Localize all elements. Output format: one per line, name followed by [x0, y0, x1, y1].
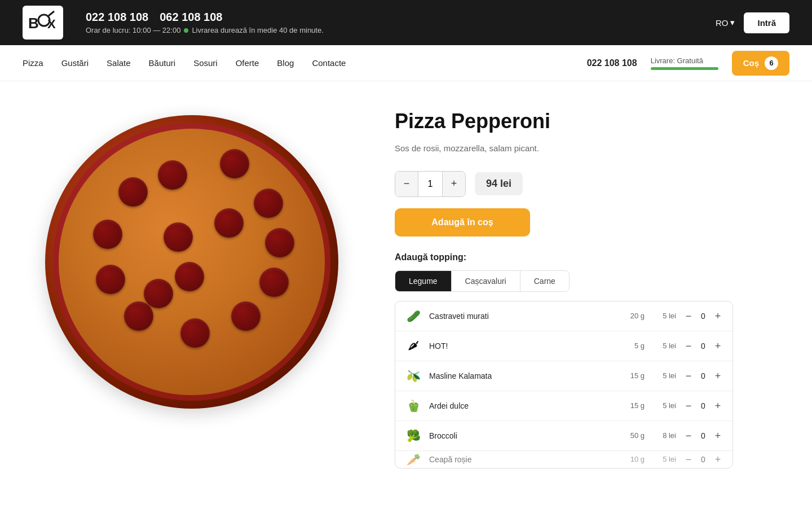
- pizza-image-section: [34, 104, 350, 468]
- nav-bauturi[interactable]: Băuturi: [149, 58, 176, 68]
- topping-tabs: Legume Cașcavaluri Carne: [395, 270, 570, 292]
- phones-row: 022 108 108 062 108 108: [86, 11, 324, 24]
- topping-decrease-masline[interactable]: −: [683, 370, 694, 382]
- topping-stepper-ardei: − 0 +: [683, 400, 723, 411]
- language-selector[interactable]: RO ▾: [716, 17, 735, 28]
- topping-name-castraveti: Castraveti murati: [429, 312, 613, 321]
- topping-increase-masline[interactable]: +: [712, 370, 723, 382]
- delivery-progress: [651, 67, 718, 70]
- topping-row-masline: 🫒 Masline Kalamata 15 g 5 lei − 0 +: [395, 361, 732, 391]
- nav-gustari[interactable]: Gustări: [61, 58, 89, 68]
- nav-oferte[interactable]: Oferte: [236, 58, 259, 68]
- hours-row: Orar de lucru: 10:00 — 22:00 Livrarea du…: [86, 26, 324, 34]
- phone-2[interactable]: 062 108 108: [160, 11, 222, 24]
- toppings-table: 🥒 Castraveti murati 20 g 5 lei − 0 + 🌶 H…: [395, 301, 733, 468]
- product-description: Sos de rosii, mozzarella, salam picant.: [395, 142, 778, 155]
- topping-increase-broccoli[interactable]: +: [712, 430, 723, 441]
- nav-salate[interactable]: Salate: [107, 58, 131, 68]
- topping-decrease-broccoli[interactable]: −: [683, 430, 694, 441]
- topping-row-castraveti: 🥒 Castraveti murati 20 g 5 lei − 0 +: [395, 301, 732, 331]
- login-button[interactable]: Intră: [744, 12, 789, 33]
- open-indicator: [184, 28, 188, 33]
- quantity-value: 1: [418, 172, 443, 196]
- topping-price-masline: 5 lei: [651, 371, 676, 380]
- main-content: Pizza Pepperoni Sos de rosii, mozzarella…: [0, 81, 812, 491]
- topping-increase-hot[interactable]: +: [712, 340, 723, 352]
- topping-row-ceapa: 🥕 Ceapă roșie 10 g 5 lei − 0 +: [395, 451, 732, 468]
- topping-name-hot: HOT!: [429, 341, 613, 351]
- topping-icon-broccoli: 🥦: [404, 427, 422, 445]
- quantity-increase[interactable]: +: [443, 172, 465, 196]
- topping-name-masline: Masline Kalamata: [429, 371, 613, 380]
- topping-price-ardei: 5 lei: [651, 401, 676, 410]
- nav-bar: Pizza Gustări Salate Băuturi Sosuri Ofer…: [0, 45, 812, 81]
- price-badge: 94 lei: [475, 172, 523, 195]
- topping-decrease-castraveti[interactable]: −: [683, 310, 694, 322]
- tab-legume[interactable]: Legume: [395, 271, 452, 291]
- delivery-label: Livrare: Gratuită: [651, 56, 703, 65]
- delivery-info: Livrare: Gratuită: [651, 56, 718, 70]
- topping-stepper-castraveti: − 0 +: [683, 310, 723, 322]
- topping-count-ceapa: 0: [699, 455, 708, 464]
- topping-stepper-hot: − 0 +: [683, 340, 723, 352]
- svg-text:X: X: [47, 17, 56, 31]
- quantity-control: − 1 +: [395, 171, 466, 197]
- svg-text:B: B: [28, 15, 38, 32]
- topping-name-ceapa: Ceapă roșie: [429, 455, 613, 464]
- toppings-label: Adaugă topping:: [395, 252, 778, 262]
- topping-weight-broccoli: 50 g: [620, 431, 645, 440]
- topping-icon-hot: 🌶: [404, 337, 422, 355]
- topping-name-ardei: Ardei dulce: [429, 401, 613, 410]
- topping-icon-castraveti: 🥒: [404, 307, 422, 325]
- tab-carne[interactable]: Carne: [520, 271, 569, 291]
- topping-weight-ardei: 15 g: [620, 401, 645, 410]
- topping-row-hot: 🌶 HOT! 5 g 5 lei − 0 +: [395, 331, 732, 361]
- topping-count-hot: 0: [699, 341, 708, 351]
- product-info: Pizza Pepperoni Sos de rosii, mozzarella…: [395, 104, 778, 468]
- top-bar-left: B X 022 108 108 062 108 108 Orar de lucr…: [23, 6, 324, 40]
- delivery-note: Livrarea durează în medie 40 de minute.: [192, 26, 323, 34]
- quantity-decrease[interactable]: −: [395, 172, 418, 196]
- nav-links: Pizza Gustări Salate Băuturi Sosuri Ofer…: [23, 58, 346, 68]
- lang-label: RO: [716, 18, 729, 28]
- topping-stepper-masline: − 0 +: [683, 370, 723, 382]
- qty-price-row: − 1 + 94 lei: [395, 171, 778, 197]
- nav-blog[interactable]: Blog: [277, 58, 294, 68]
- topping-increase-ceapa[interactable]: +: [712, 454, 723, 465]
- topping-row-broccoli: 🥦 Broccoli 50 g 8 lei − 0 +: [395, 421, 732, 451]
- topping-name-broccoli: Broccoli: [429, 431, 613, 440]
- topping-stepper-broccoli: − 0 +: [683, 430, 723, 441]
- topping-count-ardei: 0: [699, 401, 708, 410]
- topping-count-masline: 0: [699, 371, 708, 380]
- topping-decrease-hot[interactable]: −: [683, 340, 694, 352]
- topping-stepper-ceapa: − 0 +: [683, 454, 723, 465]
- hours-text: Orar de lucru: 10:00 — 22:00: [86, 26, 180, 34]
- pizza-image: [45, 115, 338, 409]
- cart-count: 6: [765, 56, 778, 70]
- tab-cascavaluri[interactable]: Cașcavaluri: [452, 271, 520, 291]
- cart-button[interactable]: Coș 6: [732, 51, 789, 76]
- topping-icon-ardei: 🫑: [404, 397, 422, 415]
- topping-weight-castraveti: 20 g: [620, 312, 645, 320]
- topping-price-hot: 5 lei: [651, 341, 676, 350]
- phone-1[interactable]: 022 108 108: [86, 11, 148, 24]
- topping-count-broccoli: 0: [699, 431, 708, 440]
- topping-decrease-ardei[interactable]: −: [683, 400, 694, 411]
- topping-icon-ceapa: 🥕: [404, 451, 422, 468]
- product-title: Pizza Pepperoni: [395, 110, 778, 133]
- cart-label: Coș: [743, 58, 759, 68]
- topping-decrease-ceapa[interactable]: −: [683, 454, 694, 465]
- topping-icon-masline: 🫒: [404, 367, 422, 385]
- nav-contacte[interactable]: Contacte: [312, 58, 346, 68]
- top-bar: B X 022 108 108 062 108 108 Orar de lucr…: [0, 0, 812, 45]
- lang-arrow: ▾: [730, 17, 735, 28]
- topping-increase-castraveti[interactable]: +: [712, 310, 723, 322]
- topping-row-ardei: 🫑 Ardei dulce 15 g 5 lei − 0 +: [395, 391, 732, 421]
- topping-price-broccoli: 8 lei: [651, 431, 676, 440]
- nav-phone[interactable]: 022 108 108: [587, 58, 637, 68]
- add-to-cart-button[interactable]: Adaugă în coș: [395, 208, 530, 237]
- nav-sosuri[interactable]: Sosuri: [193, 58, 218, 68]
- logo[interactable]: B X: [23, 6, 63, 40]
- nav-pizza[interactable]: Pizza: [23, 58, 43, 68]
- topping-increase-ardei[interactable]: +: [712, 400, 723, 411]
